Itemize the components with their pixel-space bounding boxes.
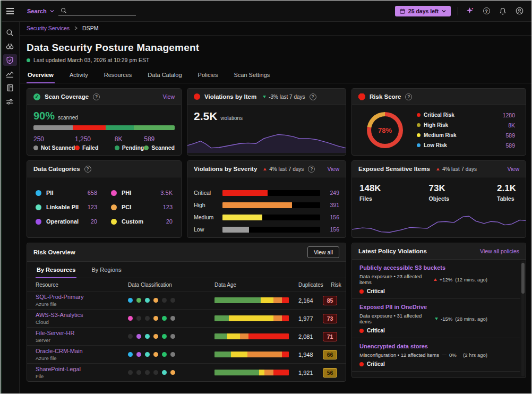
risk-legend: Critical Risk 1280 High Risk 8K Medium R… [417,112,519,149]
classification-dot [128,298,133,303]
breadcrumb-section[interactable]: Security Services [27,25,70,31]
legend-label: Medium Risk [424,132,457,138]
scrollbar-thumb[interactable] [521,263,525,294]
table-row[interactable]: SharePoint-LegalFile 1,921 56 [27,363,346,381]
policy-link[interactable]: Exposed PII in OneDrive [359,304,518,310]
violations-count: 2.5K [194,110,217,123]
table-row[interactable]: SQL-Prod-PrimaryAzure file 2,164 85 [27,291,346,309]
tab-data-catalog[interactable]: Data Catalog [147,70,183,83]
global-search [58,6,136,16]
ai-assistant-icon[interactable] [465,6,475,16]
sidebar-item-settings[interactable] [3,96,17,107]
resource-link[interactable]: AWS-S3-Analytics [36,312,128,318]
resource-link[interactable]: File-Server-HR [36,330,128,336]
breadcrumb-current: DSPM [82,25,98,31]
help-icon[interactable]: ? [93,93,100,100]
tab-scan-settings[interactable]: Scan Settings [233,70,271,83]
table-row[interactable]: AWS-S3-AnalyticsCloud 1,977 73 [27,309,346,327]
categories-grid: PII658 PHI3.5K Linkable PII123 PCI123 Op… [33,182,175,225]
duplicates-value: 2,081 [298,333,319,340]
data-age-bar [214,315,289,321]
sidebar-item-search[interactable] [3,27,17,38]
classification-dots [128,316,214,321]
classification-dot [170,352,175,357]
help-icon[interactable]: ? [84,166,91,173]
legend-dot [417,123,421,127]
legend-dot [33,145,38,150]
category-dot [36,204,41,210]
category-value: 123 [88,204,97,210]
classification-dot [136,370,141,375]
resource-link[interactable]: SharePoint-Legal [36,366,128,372]
sidebar-item-security-posture[interactable] [3,54,17,66]
risk-badge: 85 [323,296,337,305]
view-all-button[interactable]: View all [307,246,339,258]
scrollbar-track[interactable] [521,261,525,376]
category-operational: Operational20 [36,218,97,225]
sidebar-item-analytics[interactable] [3,68,17,80]
view-all-policies-link[interactable]: View all policies [480,248,519,254]
violations-sparkline [187,123,346,153]
bar-fill [222,215,262,220]
tab-policies[interactable]: Policies [197,70,219,83]
category-value: 20 [91,218,97,225]
policy-link[interactable]: Unencrypted data stores [359,343,518,349]
stat-label: Files [359,195,381,202]
trend-up-icon [263,168,267,170]
hamburger-menu-icon[interactable] [1,8,20,14]
classification-dot [162,298,167,303]
policy-item[interactable]: Overprivileged database access Access co… [352,371,520,378]
dashboard-grid: ✓ Scan Coverage ? View 90% scanned [27,88,526,382]
last-updated-text: Last updated March 03, 2026 at 10:29 pm … [33,57,149,63]
global-search-input[interactable] [70,7,134,14]
help-icon[interactable]: ? [308,166,315,173]
classification-dot [128,334,133,339]
legend-dot [75,145,80,150]
sliders-icon [6,98,14,106]
column-resource: Resource [36,282,128,288]
severity-dot [359,289,364,294]
tab-overview[interactable]: Overview [27,70,55,83]
policy-link[interactable]: Publicly accessible S3 buckets [359,264,518,271]
tab-by-resources[interactable]: By Resources [36,262,76,278]
tab-resources[interactable]: Resources [103,70,133,83]
stat-value: 2.1K [497,183,516,194]
scan-percent-suffix: scanned [58,115,78,121]
risk-badge: 66 [323,350,337,359]
resource-link[interactable]: Oracle-CRM-Main [36,348,128,354]
view-link[interactable]: View [162,93,175,100]
trial-badge[interactable]: 25 days left [395,6,451,16]
resource-type: File [36,373,128,379]
policy-item[interactable]: Publicly accessible S3 buckets Data expo… [352,260,520,298]
tab-by-regions[interactable]: By Regions [90,262,122,278]
card-title: Risk Overview [33,249,75,255]
sidebar-item-catalog[interactable] [3,82,17,93]
resource-type: Server [36,337,128,343]
policy-link[interactable]: Overprivileged database access [359,376,518,378]
policy-item[interactable]: Exposed PII in OneDrive Data exposure • … [352,298,520,338]
view-link[interactable]: View [327,166,339,172]
sidebar-item-discover[interactable] [3,40,17,52]
bar-segment [214,297,261,303]
resource-link[interactable]: SQL-Prod-Primary [36,294,128,300]
view-link[interactable]: View [507,166,519,172]
latest-policy-violations-card: Latest Policy Violations View all polici… [351,243,526,378]
bar-fill [222,190,268,196]
help-icon[interactable]: ? [310,93,316,100]
search-scope-dropdown[interactable]: Search [27,8,54,14]
tab-activity[interactable]: Activity [68,70,89,83]
help-icon[interactable]: ? [482,6,491,16]
account-icon[interactable] [514,6,524,16]
policy-item[interactable]: Unencrypted data stores Misconfiguration… [352,338,520,371]
legend-item-high: High Risk 8K [417,122,515,129]
policy-time: (2 hrs ago) [463,352,487,358]
bar-fill [222,202,292,208]
card-title: Latest Policy Violations [358,248,427,254]
card-title: Scan Coverage [45,93,89,100]
table-row[interactable]: Oracle-CRM-MainAzure file 1,948 66 [27,345,346,363]
legend-dot [144,145,149,150]
notifications-bell-icon[interactable] [498,6,508,16]
help-icon[interactable]: ? [405,93,412,100]
severity-dot [359,329,364,333]
table-row[interactable]: File-Server-HRServer 2,081 71 [27,327,346,345]
